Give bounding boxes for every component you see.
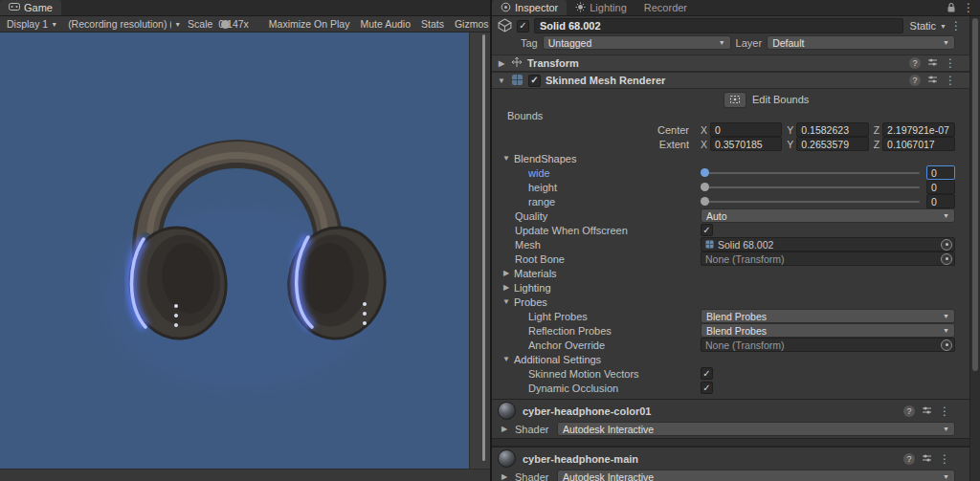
extent-y-field[interactable]: 0.2653579	[796, 137, 868, 151]
slider-thumb[interactable]	[701, 183, 709, 191]
blendshape-wide-slider[interactable]	[701, 165, 920, 180]
y-axis-label: Y	[787, 139, 793, 150]
foldout-arrow-icon[interactable]: ▶	[497, 59, 506, 68]
help-icon[interactable]: ?	[903, 405, 915, 417]
preset-icon[interactable]	[922, 405, 932, 417]
mesh-object-field[interactable]: Solid 68.002	[701, 237, 955, 251]
tab-game-label: Game	[24, 2, 53, 13]
blendshape-wide-field[interactable]: 0	[926, 165, 955, 180]
preset-icon[interactable]	[927, 57, 938, 69]
scrollbar-thumb[interactable]	[972, 18, 978, 371]
lock-icon[interactable]	[947, 2, 956, 14]
active-checkbox[interactable]: ✓	[517, 20, 529, 33]
stats-toggle[interactable]: Stats	[417, 17, 448, 32]
quality-row: Quality Auto ▼	[492, 208, 969, 223]
tag-dropdown[interactable]: Untagged ▼	[543, 35, 731, 50]
foldout-arrow-icon[interactable]: ▶	[500, 472, 509, 481]
shader-dropdown[interactable]: Autodesk Interactive ▼	[557, 470, 955, 481]
transform-component-header[interactable]: ▶ Transform ? ⋮	[492, 55, 969, 72]
material-header[interactable]: cyber-headphone-main ? ⋮	[492, 448, 969, 470]
gameobject-name-field[interactable]: Solid 68.002	[534, 18, 903, 33]
lighting-foldout[interactable]: ▶ Lighting	[492, 280, 969, 295]
center-x-field[interactable]: 0	[710, 122, 782, 137]
blendshape-range-label[interactable]: range	[528, 196, 701, 208]
tag-layer-row: Tag Untagged ▼ Layer Default ▼	[492, 35, 969, 52]
tab-inspector[interactable]: Inspector	[492, 0, 567, 15]
tab-recorder-label: Recorder	[644, 2, 687, 13]
probes-foldout[interactable]: ▼ Probes	[492, 295, 969, 309]
kebab-menu-icon[interactable]: ⋮	[939, 453, 950, 465]
anchor-override-value: None (Transform)	[705, 339, 784, 351]
slider-thumb[interactable]	[701, 168, 709, 177]
cube-icon	[498, 18, 512, 34]
check-icon: ✓	[702, 383, 710, 393]
smr-component-header[interactable]: ▼ ✓ Skinned Mesh Renderer ? ⋮	[492, 72, 969, 89]
skinned-motion-checkbox[interactable]: ✓	[701, 367, 713, 380]
kebab-menu-icon[interactable]: ⋮	[939, 405, 950, 417]
blendshape-height-slider[interactable]	[701, 180, 920, 194]
display-dropdown-label: Display 1	[7, 18, 48, 30]
kebab-menu-icon[interactable]: ⋮	[945, 57, 956, 69]
center-y-field[interactable]: 0.1582623	[796, 122, 868, 137]
slider-thumb[interactable]	[701, 197, 709, 206]
blendshape-height-field[interactable]: 0	[926, 180, 955, 194]
reflection-probes-dropdown[interactable]: Blend Probes ▼	[701, 323, 955, 338]
chevron-down-icon: ▼	[940, 23, 947, 30]
blendshape-height-label[interactable]: height	[528, 182, 701, 193]
help-icon[interactable]: ?	[909, 57, 921, 69]
help-icon[interactable]: ?	[903, 453, 915, 465]
kebab-menu-icon[interactable]: ⋮	[963, 2, 974, 13]
game-viewport[interactable]	[0, 33, 469, 469]
additional-settings-foldout[interactable]: ▼ Additional Settings	[492, 352, 969, 366]
gameobject-header: ✓ Solid 68.002 Static ▼ ⋮	[492, 16, 969, 35]
tab-game[interactable]: Game	[0, 0, 61, 15]
help-icon[interactable]: ?	[909, 75, 921, 86]
extent-z-field[interactable]: 0.1067017	[882, 137, 955, 151]
material-header[interactable]: cyber-headphone-color01 ? ⋮	[492, 400, 969, 422]
mesh-row: Mesh Solid 68.002	[492, 237, 969, 251]
foldout-arrow-icon[interactable]: ▶	[500, 425, 509, 433]
aspect-dropdown[interactable]: (Recording resolution) (4:3) ▼	[64, 17, 185, 32]
root-bone-object-field[interactable]: None (Transform)	[701, 251, 955, 266]
blendshapes-foldout[interactable]: ▼ BlendShapes	[492, 151, 969, 165]
object-picker-icon[interactable]	[941, 239, 952, 251]
maximize-on-play-toggle[interactable]: Maximize On Play	[265, 17, 354, 32]
quality-dropdown[interactable]: Auto ▼	[701, 208, 955, 223]
preset-icon[interactable]	[927, 75, 938, 86]
anchor-override-object-field[interactable]: None (Transform)	[701, 338, 955, 352]
object-picker-icon[interactable]	[941, 253, 952, 265]
smr-enabled-checkbox[interactable]: ✓	[528, 75, 541, 87]
root-bone-row: Root Bone None (Transform)	[492, 251, 969, 266]
kebab-menu-icon[interactable]: ⋮	[945, 75, 956, 86]
blendshape-range-field[interactable]: 0	[926, 194, 955, 208]
tab-recorder[interactable]: Recorder	[635, 0, 696, 15]
dynamic-occlusion-checkbox[interactable]: ✓	[701, 382, 713, 394]
edit-bounds-button[interactable]	[724, 92, 746, 108]
game-tabbar: Game	[0, 0, 490, 16]
center-z-field[interactable]: 2.197921e-07	[882, 122, 955, 137]
mute-audio-toggle[interactable]: Mute Audio	[356, 17, 414, 32]
blendshape-range-slider[interactable]	[701, 194, 920, 208]
tab-lighting[interactable]: Lighting	[567, 0, 635, 15]
update-offscreen-checkbox[interactable]: ✓	[701, 224, 713, 236]
game-icon	[9, 2, 20, 13]
preset-icon[interactable]	[922, 453, 932, 465]
light-probes-dropdown[interactable]: Blend Probes ▼	[701, 309, 955, 323]
kebab-menu-icon[interactable]: ⋮	[950, 20, 962, 32]
static-dropdown[interactable]: Static ▼ ⋮	[908, 20, 964, 32]
light-probes-label: Light Probes	[528, 311, 701, 322]
z-axis-label: Z	[874, 124, 880, 136]
inspector-scrollbar[interactable]	[969, 16, 980, 481]
material-section-main: cyber-headphone-main ? ⋮ ▶ Shader Autode…	[492, 447, 969, 481]
blendshape-wide-label[interactable]: wide	[528, 167, 701, 179]
foldout-arrow-icon[interactable]: ▼	[497, 77, 506, 85]
object-picker-icon[interactable]	[941, 339, 952, 351]
check-icon: ✓	[702, 369, 710, 379]
shader-dropdown[interactable]: Autodesk Interactive ▼	[557, 422, 955, 436]
extent-x-field[interactable]: 0.3570185	[710, 137, 782, 151]
display-dropdown[interactable]: Display 1 ▼	[3, 17, 61, 32]
layer-dropdown[interactable]: Default ▼	[767, 35, 955, 50]
material-separator	[492, 438, 969, 447]
materials-foldout[interactable]: ▶ Materials	[492, 266, 969, 280]
update-offscreen-row: Update When Offscreen ✓	[492, 223, 969, 237]
